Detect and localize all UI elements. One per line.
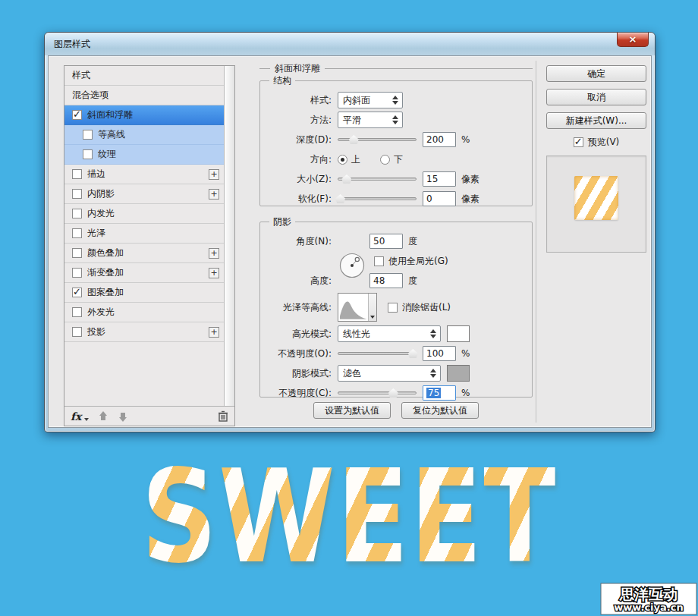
make-default-button[interactable]: 设置为默认值: [313, 402, 391, 419]
sidebar-item-drop-shadow[interactable]: 投影: [64, 322, 224, 342]
checkbox-checked-icon[interactable]: [72, 110, 82, 120]
move-up-icon[interactable]: [98, 411, 108, 422]
sidebar-item-outer-glow[interactable]: 外发光: [64, 303, 224, 322]
angle-input[interactable]: 50: [369, 234, 403, 249]
sidebar-item-label: 混合选项: [72, 89, 108, 102]
sidebar-item-label: 渐变叠加: [87, 266, 124, 279]
shading-group: 阴影 角度(N): 50 度: [259, 215, 533, 398]
sidebar-item-label: 内阴影: [87, 187, 115, 200]
checkbox-icon[interactable]: [72, 307, 82, 317]
checkbox-icon[interactable]: [72, 169, 82, 179]
slider-thumb[interactable]: [388, 388, 398, 398]
size-input[interactable]: 15: [423, 171, 456, 187]
shadow-opacity-label: 不透明度(C):: [263, 387, 338, 400]
highlight-color-swatch[interactable]: [447, 325, 470, 342]
shadow-mode-dropdown[interactable]: 滤色: [338, 365, 441, 382]
checkbox-icon[interactable]: [83, 130, 93, 140]
plus-button[interactable]: [209, 189, 219, 200]
depth-label: 深度(D):: [263, 134, 338, 146]
shadow-opacity-input[interactable]: 75: [423, 385, 456, 401]
slider-thumb[interactable]: [341, 174, 351, 184]
global-light-label: 使用全局光(G): [388, 255, 448, 268]
dialog-titlebar[interactable]: 图层样式 ×: [45, 33, 655, 55]
cancel-button[interactable]: 取消: [546, 89, 646, 105]
contour-dropdown-arrow-icon[interactable]: [368, 294, 376, 321]
sidebar-item-inner-shadow[interactable]: 内阴影: [64, 184, 224, 204]
sidebar-item-label: 颜色叠加: [87, 247, 124, 259]
angle-dial[interactable]: [339, 253, 365, 281]
antialias-checkbox[interactable]: [388, 303, 398, 313]
checkbox-icon[interactable]: [72, 189, 82, 199]
sidebar-item-gradient-overlay[interactable]: 渐变叠加: [64, 263, 224, 283]
sidebar-item-pattern-overlay[interactable]: 图案叠加: [64, 283, 224, 303]
highlight-opacity-input[interactable]: 100: [423, 346, 456, 361]
checkbox-icon[interactable]: [72, 248, 82, 258]
checkbox-icon[interactable]: [72, 327, 82, 337]
soften-input[interactable]: 0: [423, 191, 456, 206]
altitude-input[interactable]: 48: [369, 273, 403, 288]
sidebar-item-blending-options[interactable]: 混合选项: [64, 86, 224, 105]
shadow-opacity-unit: %: [461, 388, 470, 398]
new-style-button[interactable]: 新建样式(W)...: [546, 112, 646, 129]
checkbox-icon[interactable]: [83, 149, 93, 159]
photoshop-canvas: 图层样式 × 样式 混合选项 斜面和浮雕: [0, 0, 698, 616]
fx-icon[interactable]: fx: [71, 410, 81, 423]
sidebar-item-label: 样式: [72, 69, 90, 82]
structure-group: 结构 样式: 内斜面 方法: 平滑 深度(D):: [259, 74, 533, 206]
watermark-badge: 思洋互动 www.ciya.cn: [600, 583, 697, 615]
shadow-color-swatch[interactable]: [447, 365, 470, 382]
list-scrollbar[interactable]: [224, 66, 234, 406]
styles-list-panel: 样式 混合选项 斜面和浮雕 等高线 纹理: [64, 65, 235, 426]
plus-button[interactable]: [209, 268, 219, 278]
technique-label: 方法:: [263, 114, 338, 127]
sidebar-item-label: 描边: [87, 168, 105, 181]
sidebar-item-styles[interactable]: 样式: [64, 66, 224, 86]
checkbox-icon[interactable]: [72, 228, 82, 238]
depth-slider[interactable]: [338, 134, 417, 145]
checkbox-icon[interactable]: [72, 209, 82, 218]
global-light-checkbox[interactable]: [374, 256, 384, 266]
sidebar-item-satin[interactable]: 光泽: [64, 224, 224, 244]
sidebar-item-color-overlay[interactable]: 颜色叠加: [64, 244, 224, 263]
direction-up-radio[interactable]: [338, 155, 347, 165]
slider-thumb[interactable]: [335, 194, 345, 203]
dialog-title: 图层样式: [54, 38, 90, 51]
sidebar-item-stroke[interactable]: 描边: [64, 165, 224, 184]
highlight-opacity-slider[interactable]: [338, 348, 417, 359]
styles-list: 样式 混合选项 斜面和浮雕 等高线 纹理: [64, 66, 224, 342]
highlight-mode-label: 高光模式:: [263, 328, 338, 341]
trash-icon[interactable]: [218, 410, 228, 422]
sidebar-item-contour[interactable]: 等高线: [64, 125, 224, 145]
size-slider[interactable]: [338, 174, 417, 184]
depth-unit: %: [461, 134, 470, 145]
watermark-line2: www.ciya.cn: [614, 602, 683, 613]
bevel-style-dropdown[interactable]: 内斜面: [338, 92, 403, 108]
gloss-contour-picker[interactable]: [338, 293, 377, 322]
slider-thumb[interactable]: [349, 135, 359, 144]
move-down-icon[interactable]: [118, 411, 128, 422]
plus-button[interactable]: [209, 248, 219, 259]
reset-default-button[interactable]: 复位为默认值: [401, 402, 479, 419]
dropdown-stepper-icon: [392, 115, 398, 124]
sidebar-item-label: 外发光: [87, 306, 115, 319]
soften-slider[interactable]: [338, 193, 417, 204]
direction-down-radio[interactable]: [380, 155, 390, 165]
style-preview-thumbnail: [574, 176, 618, 220]
checkbox-checked-icon[interactable]: [72, 288, 82, 297]
ok-button[interactable]: 确定: [546, 65, 646, 82]
depth-input[interactable]: 200: [423, 132, 456, 147]
styles-list-footer: fx: [64, 406, 234, 426]
checkbox-icon[interactable]: [72, 268, 82, 278]
sidebar-item-inner-glow[interactable]: 内发光: [64, 204, 224, 224]
plus-button[interactable]: [209, 327, 219, 338]
slider-thumb[interactable]: [408, 349, 418, 358]
plus-button[interactable]: [209, 169, 219, 180]
technique-dropdown[interactable]: 平滑: [338, 112, 403, 128]
close-button[interactable]: ×: [617, 33, 649, 47]
preview-checkbox[interactable]: [574, 137, 583, 147]
altitude-unit: 度: [408, 275, 417, 288]
highlight-mode-dropdown[interactable]: 线性光: [338, 325, 441, 342]
sidebar-item-texture[interactable]: 纹理: [64, 145, 224, 165]
sidebar-item-bevel-emboss[interactable]: 斜面和浮雕: [64, 105, 224, 125]
shadow-opacity-slider[interactable]: [338, 388, 417, 398]
